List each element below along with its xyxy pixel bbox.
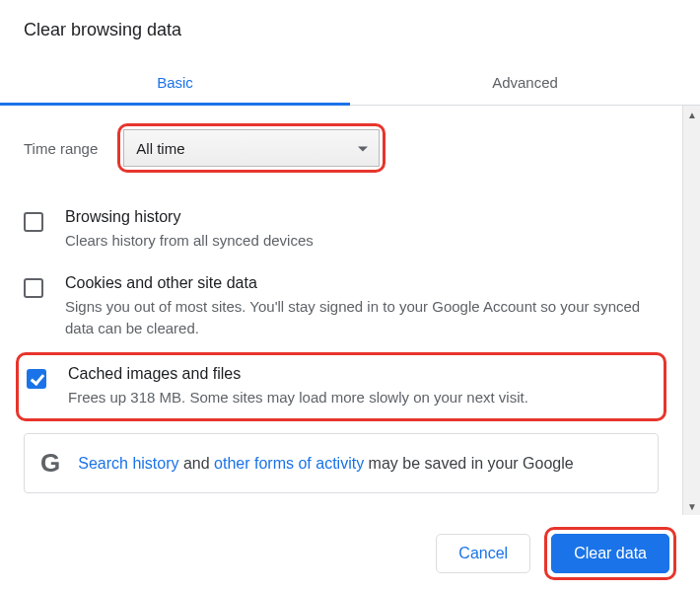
time-range-value: All time (136, 140, 184, 157)
tab-bar: Basic Advanced (0, 58, 700, 106)
info-suffix: may be saved in your Google (364, 455, 574, 472)
tab-advanced[interactable]: Advanced (350, 58, 700, 105)
option-title: Cached images and files (68, 365, 528, 383)
clear-button-highlight: Clear data (544, 527, 676, 580)
scrollbar[interactable]: ▲ ▼ (682, 106, 700, 515)
content: Time range All time Browsing history (0, 106, 682, 515)
time-range-select[interactable]: All time (123, 129, 380, 167)
clear-browsing-data-dialog: Clear browsing data Basic Advanced Time … (0, 0, 700, 592)
scroll-up-icon[interactable]: ▲ (683, 106, 700, 123)
time-range-label: Time range (24, 140, 98, 157)
chevron-down-icon (357, 140, 369, 157)
google-icon: G (40, 448, 60, 479)
option-text: Browsing history Clears history from all… (65, 208, 314, 253)
tab-basic-label: Basic (157, 74, 193, 91)
clear-data-button[interactable]: Clear data (551, 534, 669, 573)
tab-basic[interactable]: Basic (0, 58, 350, 105)
option-title: Browsing history (65, 208, 314, 226)
option-cached: Cached images and files Frees up 318 MB.… (25, 359, 658, 415)
option-cookies: Cookies and other site data Signs you ou… (24, 264, 659, 352)
checkbox-cookies[interactable] (24, 278, 43, 298)
option-text: Cached images and files Frees up 318 MB.… (68, 365, 528, 409)
scroll-area: Time range All time Browsing history (0, 106, 700, 515)
time-range-highlight: All time (117, 123, 385, 173)
option-text: Cookies and other site data Signs you ou… (65, 274, 659, 340)
time-range-row: Time range All time (24, 123, 659, 173)
link-other-activity[interactable]: other forms of activity (214, 455, 364, 472)
checkbox-cached[interactable] (27, 369, 46, 389)
option-desc: Clears history from all synced devices (65, 230, 314, 253)
option-desc: Frees up 318 MB. Some sites may load mor… (68, 387, 528, 409)
tab-advanced-label: Advanced (492, 74, 558, 91)
link-search-history[interactable]: Search history (78, 455, 178, 472)
info-mid: and (179, 455, 215, 472)
cancel-button[interactable]: Cancel (436, 534, 530, 573)
google-info-card: G Search history and other forms of acti… (24, 433, 659, 493)
option-title: Cookies and other site data (65, 274, 659, 292)
option-cached-highlight: Cached images and files Frees up 318 MB.… (16, 352, 666, 422)
option-desc: Signs you out of most sites. You'll stay… (65, 296, 659, 340)
cancel-button-label: Cancel (458, 545, 508, 562)
clear-button-label: Clear data (574, 545, 647, 562)
scroll-down-icon[interactable]: ▼ (683, 497, 700, 515)
info-text: Search history and other forms of activi… (78, 455, 573, 473)
checkbox-browsing-history[interactable] (24, 212, 43, 232)
option-browsing-history: Browsing history Clears history from all… (24, 198, 659, 264)
dialog-title: Clear browsing data (0, 0, 700, 48)
dialog-footer: Cancel Clear data (0, 515, 700, 592)
